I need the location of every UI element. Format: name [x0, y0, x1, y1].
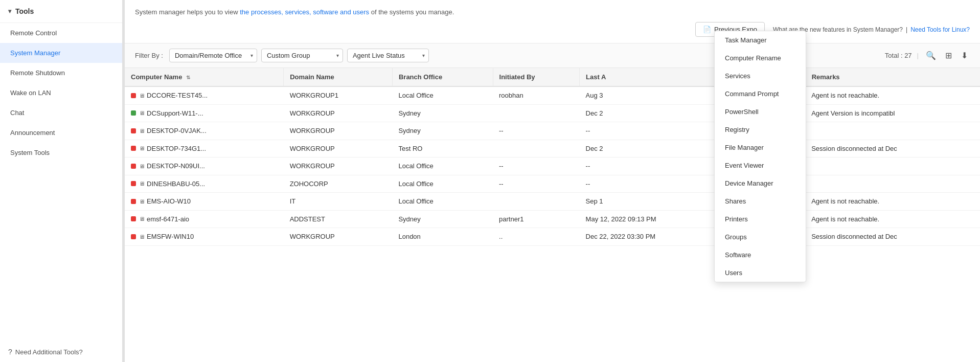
- cell-domain-name: WORKGROUP: [284, 122, 393, 140]
- need-tools-linux-link[interactable]: Need Tools for Linux?: [910, 26, 970, 33]
- monitor-icon: 🖥: [139, 234, 145, 240]
- cell-computer-name: 🖥 DCSupport-W11-...: [125, 104, 284, 122]
- table-row: 🖥 emsf-6471-aio ADDSTEST Sydney partner1…: [125, 210, 980, 228]
- computer-name-value: DESKTOP-734G1...: [147, 145, 206, 152]
- dropdown-item-task-manager[interactable]: Task Manager: [715, 31, 806, 49]
- table-row: 🖥 DINESHBABU-05... ZOHOCORP Local Office…: [125, 175, 980, 193]
- sidebar-header: ▾ Tools: [0, 0, 122, 23]
- description-link[interactable]: the processes, services, software and us…: [240, 8, 369, 16]
- col-computer-name: Computer Name ⇅: [125, 68, 284, 86]
- sidebar-item-remote-control[interactable]: Remote Control: [0, 23, 122, 43]
- dropdown-item-event-viewer[interactable]: Event Viewer: [715, 156, 806, 174]
- dropdown-item-registry[interactable]: Registry: [715, 121, 806, 139]
- cell-remarks: Agent is not reachable.: [805, 210, 980, 228]
- computer-name-value: DCSupport-W11-...: [147, 109, 203, 117]
- cell-initiated-by: --: [493, 157, 580, 175]
- sidebar-item-announcement[interactable]: Announcement: [0, 123, 122, 143]
- cell-last: Dec 2: [580, 140, 727, 157]
- cell-remarks: Session disconnected at Dec: [805, 140, 980, 157]
- status-dot: [131, 216, 136, 221]
- cell-branch-office: Test RO: [392, 140, 493, 157]
- sidebar-item-system-tools[interactable]: System Tools: [0, 143, 122, 163]
- computers-table: Computer Name ⇅ Domain Name Branch Offic…: [125, 68, 980, 246]
- cell-computer-name: 🖥 DESKTOP-N09UI...: [125, 157, 284, 175]
- computer-name-value: EMSFW-WIN10: [147, 233, 194, 240]
- cell-computer-name: 🖥 EMS-AIO-W10: [125, 193, 284, 211]
- cell-domain-name: IT: [284, 193, 393, 211]
- sidebar-item-remote-shutdown[interactable]: Remote Shutdown: [0, 63, 122, 83]
- monitor-icon: 🖥: [139, 93, 145, 99]
- sidebar-title: Tools: [15, 7, 34, 15]
- sort-icon: ⇅: [186, 75, 190, 80]
- sidebar-item-system-manager[interactable]: System Manager: [0, 43, 122, 63]
- status-dot: [131, 199, 136, 204]
- computer-name-value: DESKTOP-N09UI...: [147, 162, 205, 170]
- cell-domain-name: WORKGROUP1: [284, 86, 393, 104]
- cell-last: --: [580, 175, 727, 193]
- dropdown-item-computer-rename[interactable]: Computer Rename: [715, 49, 806, 67]
- cell-computer-name: 🖥 EMSFW-WIN10: [125, 228, 284, 246]
- cell-domain-name: ZOHOCORP: [284, 175, 393, 193]
- search-button[interactable]: 🔍: [924, 50, 938, 61]
- dropdown-item-powershell[interactable]: PowerShell: [715, 103, 806, 121]
- computer-name-value: DCCORE-TEST45...: [147, 92, 208, 99]
- cell-domain-name: WORKGROUP: [284, 157, 393, 175]
- cell-initiated-by: ..: [493, 228, 580, 246]
- domain-filter-select[interactable]: Domain/Remote Office: [169, 49, 257, 62]
- cell-computer-name: 🖥 DCCORE-TEST45...: [125, 86, 284, 104]
- cell-branch-office: Local Office: [392, 175, 493, 193]
- cell-remarks: Agent is not reachable.: [805, 86, 980, 104]
- cell-initiated-by: [493, 140, 580, 157]
- monitor-icon: 🖥: [139, 198, 145, 205]
- cell-branch-office: Sydney: [392, 210, 493, 228]
- sidebar: ▾ Tools Remote ControlSystem ManagerRemo…: [0, 0, 123, 362]
- dropdown-item-users[interactable]: Users: [715, 264, 806, 282]
- cell-last: Sep 1: [580, 193, 727, 211]
- table-row: 🖥 DCCORE-TEST45... WORKGROUP1 Local Offi…: [125, 86, 980, 104]
- dropdown-item-device-manager[interactable]: Device Manager: [715, 174, 806, 192]
- cell-initiated-by: --: [493, 122, 580, 140]
- download-button[interactable]: ⬇: [959, 50, 970, 61]
- cell-last: --: [580, 157, 727, 175]
- filter-bar: Filter By : Domain/Remote Office ▾ Custo…: [125, 43, 980, 68]
- sidebar-item-wake-on-lan[interactable]: Wake on LAN: [0, 83, 122, 103]
- sidebar-item-chat[interactable]: Chat: [0, 103, 122, 123]
- custom-group-filter-select[interactable]: Custom Group: [261, 49, 343, 62]
- col-initiated-by: Initiated By: [493, 68, 580, 86]
- grid-view-button[interactable]: ⊞: [943, 50, 954, 61]
- cell-branch-office: Local Office: [392, 157, 493, 175]
- dropdown-menu: Task ManagerComputer RenameServicesComma…: [714, 31, 806, 282]
- computer-name-value: DINESHBABU-05...: [147, 180, 205, 188]
- status-dot: [131, 93, 136, 98]
- agent-status-filter-select[interactable]: Agent Live Status: [347, 49, 429, 62]
- dropdown-item-file-manager[interactable]: File Manager: [715, 139, 806, 156]
- need-additional-tools-link[interactable]: ? Need Additional Tools?: [0, 342, 122, 362]
- col-branch-office: Branch Office: [392, 68, 493, 86]
- status-dot: [131, 164, 136, 169]
- cell-computer-name: 🖥 emsf-6471-aio: [125, 210, 284, 228]
- monitor-icon: 🖥: [139, 180, 145, 187]
- col-domain-name: Domain Name: [284, 68, 393, 86]
- cell-computer-name: 🖥 DINESHBABU-05...: [125, 175, 284, 193]
- computers-table-container: Computer Name ⇅ Domain Name Branch Offic…: [125, 68, 980, 362]
- cell-branch-office: London: [392, 228, 493, 246]
- cell-branch-office: Local Office: [392, 193, 493, 211]
- dropdown-item-software[interactable]: Software: [715, 246, 806, 264]
- dropdown-item-command-prompt[interactable]: Command Prompt: [715, 85, 806, 103]
- cell-remarks: [805, 157, 980, 175]
- dropdown-item-shares[interactable]: Shares: [715, 192, 806, 210]
- table-row: 🖥 DESKTOP-734G1... WORKGROUP Test RO Dec…: [125, 140, 980, 157]
- table-header: Computer Name ⇅ Domain Name Branch Offic…: [125, 68, 980, 86]
- cell-initiated-by: --: [493, 175, 580, 193]
- cell-last: --: [580, 122, 727, 140]
- export-icon: 📄: [703, 26, 711, 33]
- dropdown-item-services[interactable]: Services: [715, 67, 806, 85]
- total-count: Total : 27: [885, 52, 912, 59]
- dropdown-item-groups[interactable]: Groups: [715, 228, 806, 246]
- dropdown-item-printers[interactable]: Printers: [715, 210, 806, 228]
- col-remarks: Remarks: [805, 68, 980, 86]
- computer-name-value: EMS-AIO-W10: [147, 197, 191, 205]
- cell-remarks: Session disconnected at Dec: [805, 228, 980, 246]
- computer-name-value: DESKTOP-0VJAK...: [147, 127, 207, 134]
- cell-remarks: Agent Version is incompatibl: [805, 104, 980, 122]
